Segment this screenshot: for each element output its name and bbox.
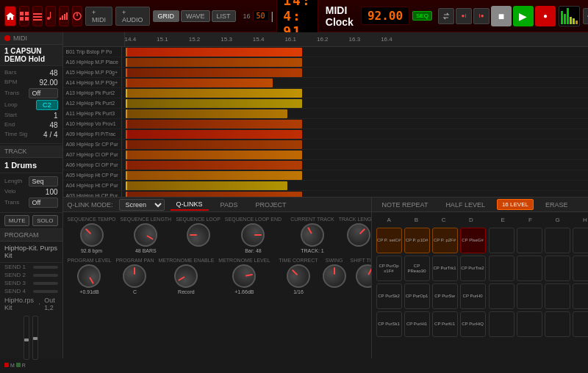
track-clips-a11[interactable] bbox=[122, 109, 588, 118]
program-level-knob[interactable] bbox=[74, 260, 106, 292]
step-mode-button[interactable] bbox=[32, 6, 43, 26]
punch-in-button[interactable]: ●I bbox=[456, 8, 472, 24]
pad-c4[interactable]: CP PurKi1 bbox=[432, 311, 458, 337]
pad-b1[interactable]: CP P. p1D# bbox=[404, 228, 430, 253]
track-clips-a09[interactable] bbox=[122, 129, 588, 139]
track-clips-a13[interactable] bbox=[122, 88, 588, 98]
trans2-dropdown[interactable]: Off bbox=[29, 198, 58, 208]
pad-g2[interactable] bbox=[545, 256, 570, 281]
track-clips-a14[interactable] bbox=[122, 78, 588, 87]
bpm-display[interactable]: 92.00 bbox=[361, 7, 409, 25]
audio-tab[interactable]: + AUDIO bbox=[115, 7, 150, 26]
pad-a1[interactable]: CP P. setC# bbox=[376, 228, 402, 253]
play-button[interactable]: ▶ bbox=[513, 6, 534, 26]
metronome-level-knob[interactable] bbox=[231, 262, 258, 289]
pad-g4[interactable] bbox=[545, 311, 570, 337]
pad-d4[interactable]: CP PurHiQ bbox=[460, 311, 486, 337]
channel-fader[interactable] bbox=[24, 316, 29, 360]
track-clips-a04[interactable] bbox=[122, 181, 588, 190]
home-button[interactable] bbox=[4, 6, 16, 26]
track-clips-a06[interactable] bbox=[122, 160, 588, 170]
track-length-knob[interactable] bbox=[342, 218, 370, 251]
track-clips-a10[interactable] bbox=[122, 119, 588, 128]
pad-d2[interactable]: CP PurTre2 bbox=[460, 256, 486, 281]
pad-e3[interactable] bbox=[489, 283, 514, 309]
trans-dropdown[interactable]: Off bbox=[29, 88, 58, 98]
track-clips-a15[interactable] bbox=[122, 68, 588, 77]
qlinks-tab[interactable]: Q-LINKS bbox=[171, 199, 209, 211]
grid-mode-button[interactable] bbox=[19, 6, 29, 26]
grid-tab[interactable]: GRID bbox=[153, 10, 180, 22]
channel-fader-2[interactable] bbox=[32, 316, 38, 360]
pad-h2[interactable] bbox=[573, 256, 588, 281]
pad-b2[interactable]: CP PReao30 bbox=[404, 256, 430, 281]
midi-tab[interactable]: + MIDI bbox=[85, 7, 112, 26]
swing-knob[interactable] bbox=[323, 264, 346, 288]
length-dropdown[interactable]: Seq bbox=[29, 176, 58, 186]
list-tab[interactable]: LIST bbox=[212, 10, 236, 22]
pad-c2[interactable]: CP PurTrk1 bbox=[432, 256, 458, 281]
pad-a2[interactable]: CP PurOp x1F# bbox=[376, 256, 402, 281]
project-tab-header[interactable]: PROJECT bbox=[249, 200, 292, 210]
pad-h4[interactable] bbox=[573, 311, 588, 337]
note-repeat-header[interactable]: NOTE REPEAT bbox=[376, 200, 434, 210]
pad-f4[interactable] bbox=[517, 311, 542, 337]
bpm-value[interactable]: 92.00 bbox=[40, 79, 58, 87]
settings-button[interactable] bbox=[583, 8, 588, 24]
pad-h3[interactable] bbox=[573, 283, 588, 309]
pad-e4[interactable] bbox=[489, 311, 514, 337]
pad-f3[interactable] bbox=[517, 283, 542, 309]
start-value[interactable]: 1 bbox=[54, 112, 58, 120]
track-clips-a07[interactable] bbox=[122, 150, 588, 159]
pad-g3[interactable] bbox=[545, 283, 570, 309]
timesig-value[interactable]: 4 / 4 bbox=[43, 131, 57, 139]
seq-length-knob[interactable] bbox=[129, 219, 162, 251]
current-track-knob[interactable] bbox=[296, 219, 329, 251]
shift-timing-knob[interactable] bbox=[351, 260, 371, 292]
master-button[interactable] bbox=[72, 6, 82, 26]
track-clips-a03[interactable] bbox=[122, 191, 588, 197]
16-level-header[interactable]: 16 LEVEL bbox=[497, 199, 534, 210]
pad-b3[interactable]: CP PurOp1 bbox=[404, 283, 430, 309]
track-clips-a08[interactable] bbox=[122, 140, 588, 149]
mute-button[interactable]: MUTE bbox=[4, 215, 29, 226]
qlinks-mode-select[interactable]: Screen Custom bbox=[119, 199, 165, 211]
program-pan-knob[interactable] bbox=[123, 264, 146, 288]
bars-value[interactable]: 48 bbox=[49, 69, 57, 77]
metronome-enable-knob[interactable] bbox=[171, 260, 203, 292]
level-button[interactable] bbox=[59, 6, 69, 26]
seq-tempo-knob[interactable] bbox=[75, 218, 108, 251]
track-clips-a05[interactable] bbox=[122, 170, 588, 180]
pad-a3[interactable]: CP PurSk2 bbox=[376, 283, 402, 309]
note-mode-button[interactable] bbox=[46, 6, 56, 26]
pad-f1[interactable] bbox=[517, 228, 542, 253]
pad-f2[interactable] bbox=[517, 256, 542, 281]
pad-g1[interactable] bbox=[545, 228, 570, 253]
track-clips-a12[interactable] bbox=[122, 98, 588, 108]
end-value[interactable]: 48 bbox=[49, 121, 57, 129]
pad-c1[interactable]: CP P. p2F# bbox=[432, 228, 458, 253]
pad-c3[interactable]: CP PurSw bbox=[432, 283, 458, 309]
pad-a4[interactable]: CP PurSk1 bbox=[376, 311, 402, 337]
punch-out-button[interactable]: I● bbox=[473, 8, 490, 24]
stop-button[interactable]: ■ bbox=[491, 6, 512, 26]
pad-b4[interactable]: CP PurHi1 bbox=[404, 311, 430, 337]
seq-loop-end-knob[interactable] bbox=[241, 223, 265, 247]
pad-e1[interactable] bbox=[489, 228, 514, 253]
pad-h1[interactable] bbox=[573, 228, 588, 253]
loop-value[interactable]: C2 bbox=[36, 100, 58, 110]
pads-tab-header[interactable]: PADS bbox=[215, 200, 244, 210]
seq-loop-knob[interactable] bbox=[187, 223, 210, 247]
record-button[interactable]: ● bbox=[535, 6, 556, 26]
solo-button[interactable]: SOLO bbox=[32, 215, 57, 226]
half-level-header[interactable]: HALF LEVEL bbox=[440, 200, 491, 210]
r-button[interactable]: R bbox=[22, 363, 26, 368]
pad-e2[interactable] bbox=[489, 256, 514, 281]
velo-value[interactable]: 100 bbox=[46, 188, 58, 196]
m-button[interactable]: M bbox=[10, 363, 15, 368]
erase-header[interactable]: ERASE bbox=[539, 200, 574, 210]
pad-d3[interactable]: CP PurH0 bbox=[460, 283, 486, 309]
time-correct-knob[interactable] bbox=[282, 259, 315, 292]
track-clips-a16[interactable] bbox=[122, 57, 588, 67]
track-clips-b01[interactable] bbox=[122, 47, 588, 57]
